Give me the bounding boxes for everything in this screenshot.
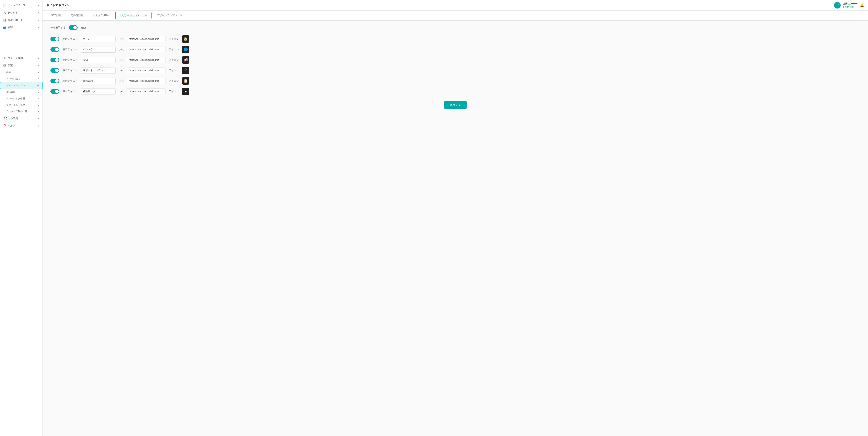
toggle-track	[51, 37, 59, 41]
analytics-icon: 📊	[3, 19, 6, 22]
sidebar-sub-item-ranking-exclude[interactable]: ランキング除外一覧 ▶	[0, 108, 42, 115]
row1-toggle[interactable]	[51, 37, 59, 41]
user-status: 受付可能	[843, 5, 858, 8]
display-text-input-1[interactable]	[81, 36, 116, 42]
sidebar-item-knowledge-base[interactable]: 📄 ナレッジベース ▼	[0, 2, 42, 9]
url-label-5: URL	[119, 80, 124, 83]
sidebar-sub-item-terminology[interactable]: 用語管理 ▶	[0, 89, 42, 95]
tab-custom-html[interactable]: カスタムHTML	[88, 11, 114, 20]
sidebar-item-label: ヘルプ	[8, 124, 15, 127]
row2-toggle[interactable]	[51, 47, 59, 52]
icon-label-3: アイコン	[169, 58, 179, 62]
section-toggle-row: ーを表示する 有効	[51, 25, 860, 30]
row6-toggle[interactable]	[51, 89, 59, 94]
url-input-3[interactable]	[127, 57, 166, 63]
sidebar-sub-item-label: 共通	[6, 71, 11, 74]
sidebar-item-settings[interactable]: ⚙️ 設定 ▲	[0, 62, 42, 69]
display-text-label-3: 表示テキスト	[62, 58, 78, 62]
icon-label-5: アイコン	[169, 79, 179, 83]
customer-icon: 👥	[3, 26, 6, 29]
display-text-label-5: 表示テキスト	[62, 79, 78, 83]
tab-seo[interactable]: SEO設定	[46, 11, 66, 20]
sidebar-sub-item-label: 参照テキスト管理	[6, 103, 25, 107]
toggle-track	[51, 47, 59, 52]
icon-button-4[interactable]: ❓	[182, 67, 189, 74]
toggle-label: 有効	[81, 26, 86, 29]
toggle-thumb	[55, 69, 59, 72]
row4-toggle[interactable]	[51, 68, 59, 73]
status-label: 受付可能	[845, 5, 854, 8]
nav-menu-rows: 表示テキスト URL アイコン 🏠 表示テキスト URL アイコン	[51, 35, 860, 95]
sidebar-item-ticket-settings[interactable]: チケット設定 ▼	[0, 115, 42, 122]
sidebar-item-label: 顧客	[8, 26, 13, 29]
toggle-thumb	[55, 90, 59, 93]
chevron-right-icon: ▶	[38, 91, 39, 93]
sidebar-sub-item-knowledge-tag[interactable]: ナレッジタグ管理 ▶	[0, 95, 42, 102]
url-input-5[interactable]	[127, 78, 166, 84]
icon-label-4: アイコン	[169, 69, 179, 72]
toggle-track	[69, 25, 78, 30]
top-header: サイトマネジメント 上ユ 上田 ユーザー 受付可能 🔔	[43, 0, 868, 11]
url-input-1[interactable]	[127, 36, 166, 42]
url-input-2[interactable]	[127, 46, 166, 52]
avatar: 上ユ	[834, 2, 841, 8]
toggle-thumb	[73, 26, 77, 29]
chevron-right-icon: ▶	[38, 57, 39, 59]
display-text-label-2: 表示テキスト	[62, 48, 78, 51]
row3-toggle[interactable]	[51, 58, 59, 62]
nav-menu-row-3: 表示テキスト URL アイコン 📢	[51, 56, 860, 64]
nav-menu-row-6: 表示テキスト URL アイコン ⊞	[51, 88, 860, 95]
bell-icon[interactable]: 🔔	[860, 3, 864, 7]
display-text-input-3[interactable]	[81, 57, 116, 63]
help-icon: ❓	[3, 124, 6, 127]
display-text-input-6[interactable]	[81, 89, 116, 94]
sidebar-sub-item-label: ナレッジタグ管理	[6, 97, 25, 100]
sidebar-sub-item-common[interactable]: 共通 ▼	[0, 69, 42, 75]
display-text-label-4: 表示テキスト	[62, 69, 78, 72]
icon-button-2[interactable]: 🌐	[182, 46, 189, 53]
chevron-right-icon: ▶	[38, 26, 39, 29]
user-area: 上ユ 上田 ユーザー 受付可能 🔔	[834, 2, 864, 8]
chevron-up-icon: ▲	[37, 64, 39, 67]
nav-enabled-toggle[interactable]	[69, 25, 78, 30]
icon-button-6[interactable]: ⊞	[182, 88, 189, 95]
chevron-down-icon: ▼	[37, 12, 39, 14]
knowledge-base-icon: 📄	[3, 4, 6, 7]
icon-label-1: アイコン	[169, 37, 179, 41]
chevron-right-icon: ▶	[38, 104, 39, 106]
icon-button-3[interactable]: 📢	[182, 56, 189, 64]
sidebar-sub-item-ref-text[interactable]: 参照テキスト管理 ▶	[0, 102, 42, 108]
url-input-4[interactable]	[127, 67, 166, 73]
sidebar-item-label: サイトを表示	[8, 56, 23, 60]
nav-menu-row-2: 表示テキスト URL アイコン 🌐	[51, 46, 860, 53]
display-text-input-5[interactable]	[81, 78, 116, 84]
toggle-thumb	[55, 58, 59, 62]
save-button[interactable]: 保存する	[444, 101, 467, 108]
chevron-down-icon: ▼	[37, 117, 39, 120]
sidebar-sub-item-site-management[interactable]: サイトマネジメント ▶	[0, 82, 42, 89]
sidebar-item-help[interactable]: ❓ ヘルプ ▶	[0, 122, 42, 129]
icon-button-1[interactable]: 🏠	[182, 35, 189, 43]
settings-icon: ⚙️	[3, 64, 6, 67]
tab-nav-menu[interactable]: ナビゲーションメニュー	[115, 12, 152, 19]
display-text-input-4[interactable]	[81, 67, 116, 73]
sidebar-item-analytics[interactable]: 📊 分析レポート ▼	[0, 16, 42, 24]
user-name: 上田 ユーザー	[843, 2, 858, 5]
url-label-2: URL	[119, 48, 124, 51]
nav-menu-row-4: 表示テキスト URL アイコン ❓	[51, 67, 860, 74]
row5-toggle[interactable]	[51, 79, 59, 83]
nav-menu-row-1: 表示テキスト URL アイコン 🏠	[51, 35, 860, 43]
tab-design-template[interactable]: デザインテンプレート	[152, 11, 187, 20]
tab-other[interactable]: その他設定	[66, 11, 88, 20]
sidebar-item-show-site[interactable]: 🖥 サイトを表示 ▶	[0, 54, 42, 62]
display-text-input-2[interactable]	[81, 46, 116, 53]
sidebar-item-customer[interactable]: 👥 顧客 ▶	[0, 24, 42, 31]
url-label-3: URL	[119, 59, 124, 62]
toggle-track	[51, 79, 59, 83]
icon-button-5[interactable]: 📋	[182, 77, 189, 85]
sidebar-item-ticket[interactable]: 🖨 チケット ▼	[0, 9, 42, 16]
sidebar-sub-item-knowledge-settings[interactable]: ナレッジ設定 ▲	[0, 75, 42, 82]
sidebar-item-label: チケット	[8, 11, 18, 14]
url-input-6[interactable]	[127, 89, 166, 94]
chevron-right-icon: ▶	[38, 98, 39, 100]
